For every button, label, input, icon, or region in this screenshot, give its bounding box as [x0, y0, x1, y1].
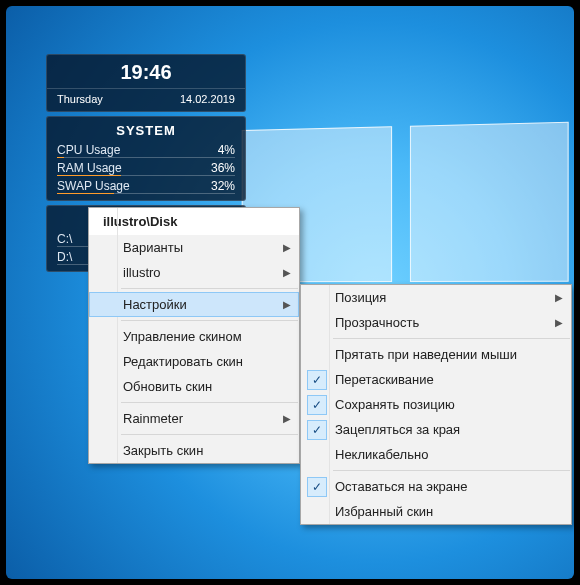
menu-separator: [121, 320, 298, 321]
menu-item-label: Варианты: [123, 240, 183, 255]
menu-separator: [121, 434, 298, 435]
menu-separator: [333, 338, 570, 339]
disk-label: C:\: [57, 232, 72, 246]
menu-item[interactable]: ✓Сохранять позицию: [301, 392, 571, 417]
menu-separator: [121, 288, 298, 289]
metric-value: 32%: [211, 179, 235, 193]
metric-value: 36%: [211, 161, 235, 175]
menu-item[interactable]: ✓Зацепляться за края: [301, 417, 571, 442]
menu-item[interactable]: Управление скином: [89, 324, 299, 349]
chevron-right-icon: ▶: [283, 299, 291, 310]
menu-item-label: illustro: [123, 265, 161, 280]
metric-value: 4%: [218, 143, 235, 157]
check-icon: ✓: [307, 370, 327, 390]
menu-item[interactable]: Прозрачность▶: [301, 310, 571, 335]
menu-item[interactable]: Некликабельно: [301, 442, 571, 467]
menu-separator: [333, 470, 570, 471]
menu-item[interactable]: Настройки▶: [89, 292, 299, 317]
check-icon: ✓: [307, 420, 327, 440]
desktop-wallpaper: 19:46 Thursday 14.02.2019 SYSTEM CPU Usa…: [6, 6, 574, 579]
menu-item[interactable]: Закрыть скин: [89, 438, 299, 463]
metric-label: RAM Usage: [57, 161, 122, 175]
check-icon: ✓: [307, 477, 327, 497]
menu-item[interactable]: illustro▶: [89, 260, 299, 285]
menu-title: illustro\Disk: [89, 208, 299, 235]
chevron-right-icon: ▶: [283, 242, 291, 253]
menu-item-label: Настройки: [123, 297, 187, 312]
menu-item[interactable]: Варианты▶: [89, 235, 299, 260]
chevron-right-icon: ▶: [555, 317, 563, 328]
system-header: SYSTEM: [47, 121, 245, 140]
menu-item-label: Rainmeter: [123, 411, 183, 426]
menu-item[interactable]: ✓Оставаться на экране: [301, 474, 571, 499]
date: 14.02.2019: [180, 93, 235, 105]
system-panel[interactable]: SYSTEM CPU Usage4%RAM Usage36%SWAP Usage…: [46, 116, 246, 201]
disk-label: D:\: [57, 250, 72, 264]
chevron-right-icon: ▶: [283, 267, 291, 278]
chevron-right-icon: ▶: [555, 292, 563, 303]
menu-item[interactable]: Избранный скин: [301, 499, 571, 524]
system-row: RAM Usage36%: [47, 158, 245, 176]
system-row: SWAP Usage32%: [47, 176, 245, 194]
metric-label: SWAP Usage: [57, 179, 130, 193]
menu-item-label: Управление скином: [123, 329, 242, 344]
menu-item-label: Прятать при наведении мыши: [335, 347, 517, 362]
menu-item[interactable]: Rainmeter▶: [89, 406, 299, 431]
menu-item[interactable]: Прятать при наведении мыши: [301, 342, 571, 367]
menu-item-label: Избранный скин: [335, 504, 433, 519]
check-icon: ✓: [307, 395, 327, 415]
menu-item-label: Перетаскивание: [335, 372, 434, 387]
menu-item-label: Закрыть скин: [123, 443, 203, 458]
menu-item-label: Некликабельно: [335, 447, 428, 462]
clock-time: 19:46: [47, 59, 245, 84]
menu-item-label: Обновить скин: [123, 379, 212, 394]
menu-item-label: Оставаться на экране: [335, 479, 467, 494]
metric-label: CPU Usage: [57, 143, 120, 157]
menu-item-label: Прозрачность: [335, 315, 419, 330]
menu-item[interactable]: Обновить скин: [89, 374, 299, 399]
menu-item-label: Позиция: [335, 290, 386, 305]
system-row: CPU Usage4%: [47, 140, 245, 158]
context-menu-primary[interactable]: illustro\Disk Варианты▶illustro▶Настройк…: [88, 207, 300, 464]
menu-item-label: Редактировать скин: [123, 354, 243, 369]
menu-item-label: Сохранять позицию: [335, 397, 455, 412]
clock-panel[interactable]: 19:46 Thursday 14.02.2019: [46, 54, 246, 112]
menu-item[interactable]: ✓Перетаскивание: [301, 367, 571, 392]
menu-item-label: Зацепляться за края: [335, 422, 460, 437]
chevron-right-icon: ▶: [283, 413, 291, 424]
menu-item[interactable]: Позиция▶: [301, 285, 571, 310]
menu-item[interactable]: Редактировать скин: [89, 349, 299, 374]
menu-separator: [121, 402, 298, 403]
context-menu-settings[interactable]: Позиция▶Прозрачность▶Прятать при наведен…: [300, 284, 572, 525]
weekday: Thursday: [57, 93, 103, 105]
